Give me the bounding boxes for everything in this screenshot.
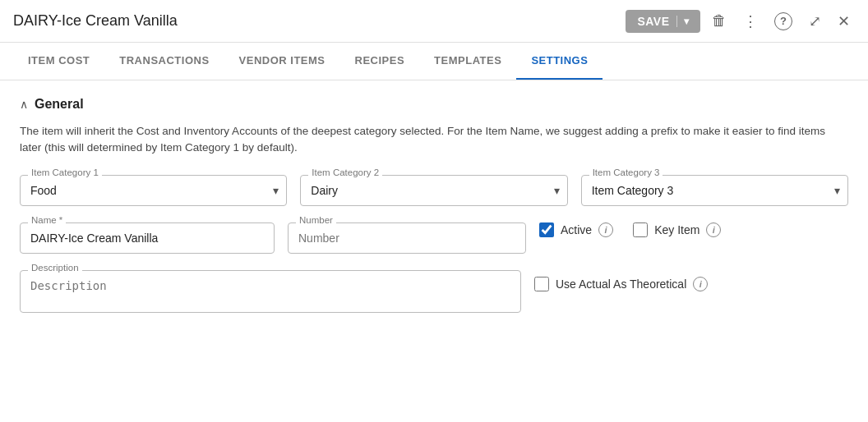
category1-select-wrapper: Food Beverage Supplies [20,175,287,206]
active-info-icon: i [598,222,613,237]
description-input[interactable] [20,270,521,313]
use-actual-checkbox[interactable] [534,277,549,291]
key-item-label: Key Item [654,223,699,236]
key-item-checkbox-row: Key Item i [633,222,721,237]
description-row: Description Use Actual As Theoretical i [20,270,848,313]
category1-label: Item Category 1 [28,167,102,177]
category-row: Item Category 1 Food Beverage Supplies I… [20,175,848,206]
number-label: Number [296,215,336,225]
section-toggle[interactable]: ∧ [20,98,28,111]
name-group: Name * [20,222,275,254]
delete-icon: 🗑 [712,12,727,30]
name-label: Name * [28,215,66,225]
close-button[interactable]: ✕ [833,7,855,35]
close-icon: ✕ [838,12,850,30]
category2-select-wrapper: Dairy Produce Meat [300,175,567,206]
description-label: Description [28,263,82,273]
category2-label: Item Category 2 [308,167,382,177]
save-caret-icon[interactable]: ▾ [676,16,690,27]
tab-vendor-items[interactable]: VENDOR ITEMS [224,43,340,80]
tab-transactions[interactable]: TRANSACTIONS [104,43,224,80]
tab-recipes[interactable]: RECIPES [340,43,420,80]
number-group: Number [288,222,526,254]
help-button[interactable]: ? [769,7,797,35]
active-label: Active [561,223,592,236]
category3-select[interactable]: Item Category 3 [581,175,848,206]
tab-templates[interactable]: TEMPLATES [419,43,516,80]
use-actual-info-icon: i [693,277,708,291]
category1-select[interactable]: Food Beverage Supplies [20,175,287,206]
category2-group: Item Category 2 Dairy Produce Meat [300,175,567,206]
category2-select[interactable]: Dairy Produce Meat [300,175,567,206]
delete-button[interactable]: 🗑 [707,7,732,34]
category1-group: Item Category 1 Food Beverage Supplies [20,175,287,206]
save-label: SAVE [637,15,669,28]
more-icon: ⋮ [743,12,758,30]
help-icon: ? [774,12,792,30]
category3-label: Item Category 3 [589,167,663,177]
expand-icon: ⤢ [809,12,821,30]
use-actual-area: Use Actual As Theoretical i [534,270,764,291]
category3-group: Item Category 3 Item Category 3 [581,175,848,206]
page-title: DAIRY-Ice Cream Vanilla [13,12,178,30]
active-checkbox-row: Active i [539,222,613,237]
name-input[interactable] [20,222,275,254]
number-input[interactable] [288,222,526,254]
key-item-checkbox[interactable] [633,222,648,237]
settings-content: ∧ General The item will inherit the Cost… [0,80,868,420]
active-keyitem-row: Active i Key Item i [539,222,769,237]
section-title: General [35,97,84,112]
section-description: The item will inherit the Cost and Inven… [20,123,848,157]
app-header: DAIRY-Ice Cream Vanilla SAVE ▾ 🗑 ⋮ ? ⤢ ✕ [0,0,868,43]
key-item-info-icon: i [706,222,721,237]
name-row: Name * Number Active i Key Item i [20,222,848,254]
description-group: Description [20,270,521,313]
header-actions: SAVE ▾ 🗑 ⋮ ? ⤢ ✕ [626,7,855,35]
checkboxes-area: Active i Key Item i [539,222,769,237]
active-checkbox[interactable] [539,222,554,237]
expand-button[interactable]: ⤢ [804,7,826,35]
tab-bar: ITEM COST TRANSACTIONS VENDOR ITEMS RECI… [0,43,868,80]
general-section-header: ∧ General [20,97,848,112]
tab-item-cost[interactable]: ITEM COST [13,43,104,80]
tab-settings[interactable]: SETTINGS [516,43,603,80]
use-actual-checkbox-row: Use Actual As Theoretical i [534,277,708,291]
category3-select-wrapper: Item Category 3 [581,175,848,206]
more-options-button[interactable]: ⋮ [738,7,763,35]
save-button[interactable]: SAVE ▾ [626,10,700,33]
use-actual-label: Use Actual As Theoretical [556,278,686,291]
